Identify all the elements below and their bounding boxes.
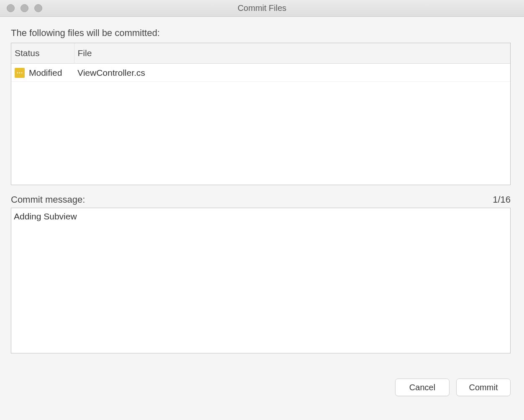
modified-icon [15, 68, 25, 78]
minimize-window-icon[interactable] [21, 4, 28, 12]
row-file-text: ViewController.cs [74, 64, 510, 82]
commit-button[interactable]: Commit [456, 379, 511, 396]
cancel-button[interactable]: Cancel [395, 379, 450, 396]
zoom-window-icon[interactable] [34, 4, 42, 12]
svg-point-2 [21, 72, 23, 74]
close-window-icon[interactable] [7, 4, 15, 12]
table-header-row: Status File [11, 43, 510, 64]
window-controls [0, 4, 42, 12]
table-row[interactable]: Modified ViewController.cs [11, 64, 510, 82]
dialog-content: The following files will be committed: S… [0, 17, 524, 405]
row-status-text: Modified [29, 68, 62, 78]
file-table: Status File [11, 43, 510, 82]
commit-message-input[interactable]: Adding Subview [11, 208, 511, 353]
files-header-label: The following files will be committed: [11, 28, 511, 39]
file-list[interactable]: Status File [11, 43, 511, 185]
svg-point-1 [19, 72, 21, 74]
svg-point-0 [17, 72, 18, 74]
commit-message-label: Commit message: [11, 194, 85, 205]
column-header-file[interactable]: File [74, 43, 510, 64]
titlebar: Commit Files [0, 0, 524, 17]
window-title: Commit Files [0, 3, 524, 13]
commit-message-counter: 1/16 [493, 194, 511, 205]
column-header-status[interactable]: Status [11, 43, 74, 64]
button-row: Cancel Commit [11, 379, 511, 396]
